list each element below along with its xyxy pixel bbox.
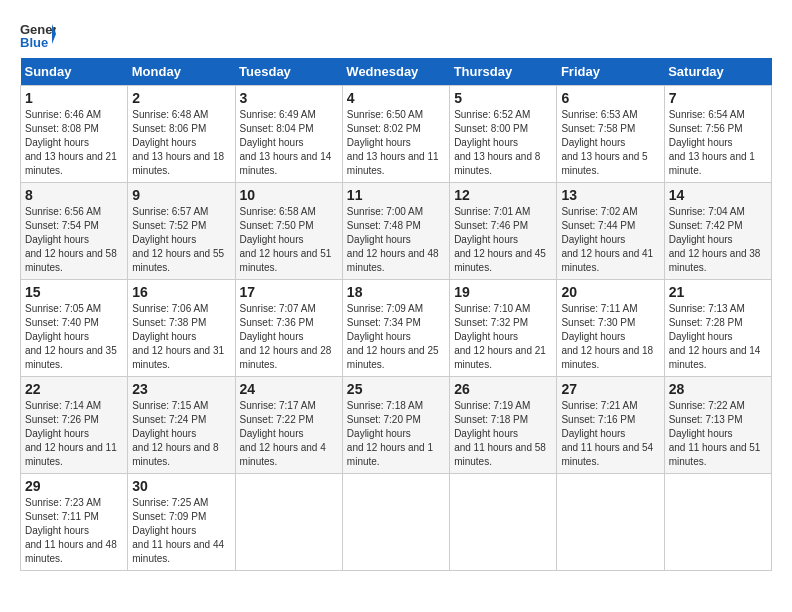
day-number: 14 — [669, 187, 767, 203]
day-header-friday: Friday — [557, 58, 664, 86]
week-row-3: 15 Sunrise: 7:05 AMSunset: 7:40 PMDaylig… — [21, 280, 772, 377]
day-number: 19 — [454, 284, 552, 300]
day-number: 24 — [240, 381, 338, 397]
day-number: 7 — [669, 90, 767, 106]
calendar-cell: 29 Sunrise: 7:23 AMSunset: 7:11 PMDaylig… — [21, 474, 128, 571]
calendar-cell: 25 Sunrise: 7:18 AMSunset: 7:20 PMDaylig… — [342, 377, 449, 474]
day-info: Sunrise: 7:21 AMSunset: 7:16 PMDaylight … — [561, 400, 653, 467]
calendar-cell: 14 Sunrise: 7:04 AMSunset: 7:42 PMDaylig… — [664, 183, 771, 280]
calendar-table: SundayMondayTuesdayWednesdayThursdayFrid… — [20, 58, 772, 571]
day-number: 25 — [347, 381, 445, 397]
day-info: Sunrise: 7:11 AMSunset: 7:30 PMDaylight … — [561, 303, 653, 370]
calendar-cell: 9 Sunrise: 6:57 AMSunset: 7:52 PMDayligh… — [128, 183, 235, 280]
day-header-tuesday: Tuesday — [235, 58, 342, 86]
calendar-cell — [235, 474, 342, 571]
week-row-2: 8 Sunrise: 6:56 AMSunset: 7:54 PMDayligh… — [21, 183, 772, 280]
day-header-sunday: Sunday — [21, 58, 128, 86]
day-number: 16 — [132, 284, 230, 300]
day-info: Sunrise: 7:07 AMSunset: 7:36 PMDaylight … — [240, 303, 332, 370]
day-number: 13 — [561, 187, 659, 203]
day-info: Sunrise: 7:19 AMSunset: 7:18 PMDaylight … — [454, 400, 546, 467]
calendar-cell: 12 Sunrise: 7:01 AMSunset: 7:46 PMDaylig… — [450, 183, 557, 280]
calendar-cell: 11 Sunrise: 7:00 AMSunset: 7:48 PMDaylig… — [342, 183, 449, 280]
week-row-1: 1 Sunrise: 6:46 AMSunset: 8:08 PMDayligh… — [21, 86, 772, 183]
day-number: 23 — [132, 381, 230, 397]
calendar-cell: 22 Sunrise: 7:14 AMSunset: 7:26 PMDaylig… — [21, 377, 128, 474]
day-number: 5 — [454, 90, 552, 106]
day-header-monday: Monday — [128, 58, 235, 86]
day-number: 10 — [240, 187, 338, 203]
day-info: Sunrise: 7:15 AMSunset: 7:24 PMDaylight … — [132, 400, 218, 467]
calendar-cell: 16 Sunrise: 7:06 AMSunset: 7:38 PMDaylig… — [128, 280, 235, 377]
day-number: 6 — [561, 90, 659, 106]
day-info: Sunrise: 7:22 AMSunset: 7:13 PMDaylight … — [669, 400, 761, 467]
day-info: Sunrise: 7:00 AMSunset: 7:48 PMDaylight … — [347, 206, 439, 273]
calendar-cell: 1 Sunrise: 6:46 AMSunset: 8:08 PMDayligh… — [21, 86, 128, 183]
calendar-cell — [664, 474, 771, 571]
day-info: Sunrise: 7:25 AMSunset: 7:09 PMDaylight … — [132, 497, 224, 564]
day-number: 20 — [561, 284, 659, 300]
day-info: Sunrise: 7:01 AMSunset: 7:46 PMDaylight … — [454, 206, 546, 273]
day-info: Sunrise: 6:46 AMSunset: 8:08 PMDaylight … — [25, 109, 117, 176]
calendar-cell: 2 Sunrise: 6:48 AMSunset: 8:06 PMDayligh… — [128, 86, 235, 183]
calendar-cell — [450, 474, 557, 571]
calendar-cell — [557, 474, 664, 571]
day-number: 26 — [454, 381, 552, 397]
day-number: 15 — [25, 284, 123, 300]
day-info: Sunrise: 7:06 AMSunset: 7:38 PMDaylight … — [132, 303, 224, 370]
calendar-cell: 15 Sunrise: 7:05 AMSunset: 7:40 PMDaylig… — [21, 280, 128, 377]
calendar-cell: 28 Sunrise: 7:22 AMSunset: 7:13 PMDaylig… — [664, 377, 771, 474]
day-number: 8 — [25, 187, 123, 203]
day-number: 3 — [240, 90, 338, 106]
day-info: Sunrise: 7:04 AMSunset: 7:42 PMDaylight … — [669, 206, 761, 273]
day-info: Sunrise: 7:13 AMSunset: 7:28 PMDaylight … — [669, 303, 761, 370]
day-info: Sunrise: 7:18 AMSunset: 7:20 PMDaylight … — [347, 400, 433, 467]
calendar-cell: 30 Sunrise: 7:25 AMSunset: 7:09 PMDaylig… — [128, 474, 235, 571]
day-number: 17 — [240, 284, 338, 300]
calendar-cell: 17 Sunrise: 7:07 AMSunset: 7:36 PMDaylig… — [235, 280, 342, 377]
day-header-thursday: Thursday — [450, 58, 557, 86]
calendar-cell: 24 Sunrise: 7:17 AMSunset: 7:22 PMDaylig… — [235, 377, 342, 474]
day-info: Sunrise: 6:52 AMSunset: 8:00 PMDaylight … — [454, 109, 540, 176]
day-info: Sunrise: 6:54 AMSunset: 7:56 PMDaylight … — [669, 109, 755, 176]
week-row-5: 29 Sunrise: 7:23 AMSunset: 7:11 PMDaylig… — [21, 474, 772, 571]
calendar-cell: 4 Sunrise: 6:50 AMSunset: 8:02 PMDayligh… — [342, 86, 449, 183]
day-number: 12 — [454, 187, 552, 203]
calendar-cell: 20 Sunrise: 7:11 AMSunset: 7:30 PMDaylig… — [557, 280, 664, 377]
day-info: Sunrise: 6:57 AMSunset: 7:52 PMDaylight … — [132, 206, 224, 273]
day-info: Sunrise: 7:05 AMSunset: 7:40 PMDaylight … — [25, 303, 117, 370]
calendar-cell: 13 Sunrise: 7:02 AMSunset: 7:44 PMDaylig… — [557, 183, 664, 280]
day-header-wednesday: Wednesday — [342, 58, 449, 86]
calendar-cell: 27 Sunrise: 7:21 AMSunset: 7:16 PMDaylig… — [557, 377, 664, 474]
calendar-cell: 8 Sunrise: 6:56 AMSunset: 7:54 PMDayligh… — [21, 183, 128, 280]
day-header-row: SundayMondayTuesdayWednesdayThursdayFrid… — [21, 58, 772, 86]
day-number: 4 — [347, 90, 445, 106]
day-info: Sunrise: 7:17 AMSunset: 7:22 PMDaylight … — [240, 400, 326, 467]
day-info: Sunrise: 6:49 AMSunset: 8:04 PMDaylight … — [240, 109, 332, 176]
day-info: Sunrise: 6:48 AMSunset: 8:06 PMDaylight … — [132, 109, 224, 176]
day-info: Sunrise: 6:50 AMSunset: 8:02 PMDaylight … — [347, 109, 439, 176]
calendar-cell: 5 Sunrise: 6:52 AMSunset: 8:00 PMDayligh… — [450, 86, 557, 183]
day-number: 30 — [132, 478, 230, 494]
day-number: 2 — [132, 90, 230, 106]
calendar-cell: 26 Sunrise: 7:19 AMSunset: 7:18 PMDaylig… — [450, 377, 557, 474]
calendar-cell: 7 Sunrise: 6:54 AMSunset: 7:56 PMDayligh… — [664, 86, 771, 183]
calendar-cell: 6 Sunrise: 6:53 AMSunset: 7:58 PMDayligh… — [557, 86, 664, 183]
calendar-cell: 23 Sunrise: 7:15 AMSunset: 7:24 PMDaylig… — [128, 377, 235, 474]
day-info: Sunrise: 7:02 AMSunset: 7:44 PMDaylight … — [561, 206, 653, 273]
day-info: Sunrise: 6:58 AMSunset: 7:50 PMDaylight … — [240, 206, 332, 273]
logo-icon: General Blue — [20, 20, 56, 48]
header: General Blue — [20, 20, 772, 48]
day-info: Sunrise: 7:10 AMSunset: 7:32 PMDaylight … — [454, 303, 546, 370]
week-row-4: 22 Sunrise: 7:14 AMSunset: 7:26 PMDaylig… — [21, 377, 772, 474]
day-header-saturday: Saturday — [664, 58, 771, 86]
svg-text:Blue: Blue — [20, 35, 48, 48]
day-number: 29 — [25, 478, 123, 494]
calendar-cell: 18 Sunrise: 7:09 AMSunset: 7:34 PMDaylig… — [342, 280, 449, 377]
calendar-cell: 10 Sunrise: 6:58 AMSunset: 7:50 PMDaylig… — [235, 183, 342, 280]
day-number: 21 — [669, 284, 767, 300]
logo: General Blue — [20, 20, 56, 48]
calendar-cell: 19 Sunrise: 7:10 AMSunset: 7:32 PMDaylig… — [450, 280, 557, 377]
day-number: 11 — [347, 187, 445, 203]
day-info: Sunrise: 7:23 AMSunset: 7:11 PMDaylight … — [25, 497, 117, 564]
